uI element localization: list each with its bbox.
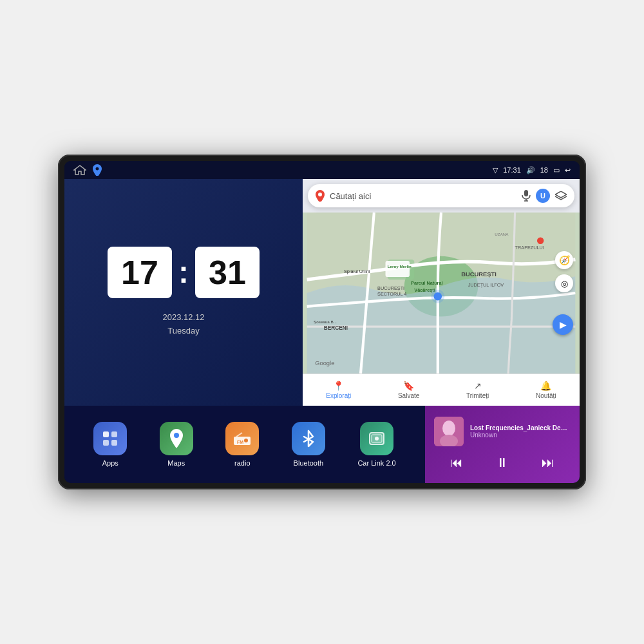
svg-text:UZANA: UZANA	[495, 232, 509, 236]
app-label-radio: radio	[234, 459, 250, 467]
status-left	[73, 164, 102, 176]
app-icon-maps	[160, 422, 193, 455]
clock-colon: :	[178, 257, 189, 288]
app-label-bluetooth: Bluetooth	[294, 459, 323, 467]
svg-marker-0	[74, 166, 86, 175]
clock-date-text: 2023.12.12	[162, 311, 204, 325]
user-avatar[interactable]: U	[536, 189, 550, 203]
explore-label: Explorați	[326, 392, 351, 399]
map-navigate-button[interactable]: ▶	[553, 314, 573, 335]
device-shell: ▽ 17:31 🔊 18 ▭ ↩ 17 : 31	[58, 155, 586, 489]
svg-text:Google: Google	[315, 361, 334, 367]
svg-point-23	[537, 238, 544, 244]
music-text: Lost Frequencies_Janieck Devy-... Unknow…	[470, 424, 571, 439]
apps-grid-icon	[102, 430, 118, 447]
map-search-bar[interactable]: Căutați aici U	[308, 184, 574, 207]
map-svg: Splaiul Unirii Șoseaua B... BUCUREȘTI JU…	[303, 213, 580, 374]
saved-icon: 🔖	[403, 381, 414, 391]
music-thumb-art	[434, 417, 464, 446]
app-item-maps[interactable]: Maps	[160, 422, 193, 467]
map-tab-saved[interactable]: 🔖 Salvate	[398, 381, 419, 399]
map-compass-button[interactable]: 🧭	[555, 251, 573, 269]
bottom-section: Apps Maps	[64, 406, 580, 483]
app-icon-radio: FM	[225, 422, 259, 455]
svg-text:Leroy Merlin: Leroy Merlin	[388, 264, 412, 269]
app-item-carlink[interactable]: Car Link 2.0	[357, 422, 395, 467]
svg-rect-26	[103, 431, 109, 437]
radio-icon: FM	[233, 431, 251, 446]
carlink-icon	[368, 430, 385, 447]
svg-point-1	[318, 193, 322, 196]
svg-text:SECTORUL 4: SECTORUL 4	[377, 291, 406, 297]
svg-text:JUDEȚUL ILFOV: JUDEȚUL ILFOV	[468, 282, 504, 288]
svg-point-33	[244, 439, 248, 442]
signal-icon: ▽	[493, 166, 498, 175]
app-icon-apps	[93, 422, 127, 455]
news-icon: 🔔	[540, 381, 551, 391]
map-panel: Căutați aici U	[303, 179, 580, 406]
bluetooth-icon	[301, 430, 316, 448]
apps-panel: Apps Maps	[64, 406, 425, 483]
share-label: Trimiteți	[466, 392, 489, 399]
svg-text:BUCUREȘTI: BUCUREȘTI	[461, 271, 497, 278]
top-section: 17 : 31 2023.12.12 Tuesday	[64, 179, 580, 406]
app-icon-carlink	[360, 422, 393, 455]
music-title: Lost Frequencies_Janieck Devy-...	[470, 424, 571, 431]
app-item-radio[interactable]: FM radio	[225, 422, 259, 467]
svg-rect-28	[103, 440, 109, 446]
map-locate-button[interactable]: ◎	[555, 274, 573, 292]
svg-point-39	[442, 421, 455, 436]
main-content: 17 : 31 2023.12.12 Tuesday	[64, 179, 580, 483]
svg-point-25	[431, 290, 444, 303]
svg-line-34	[236, 433, 242, 437]
svg-text:BERCENI: BERCENI	[324, 325, 348, 331]
svg-point-37	[375, 437, 379, 440]
clock-date: 2023.12.12 Tuesday	[162, 311, 204, 338]
map-search-icons: U	[522, 189, 567, 203]
map-tab-news[interactable]: 🔔 Noutăți	[536, 381, 556, 399]
map-body: Splaiul Unirii Șoseaua B... BUCUREȘTI JU…	[303, 213, 580, 374]
svg-marker-5	[555, 191, 567, 198]
back-icon[interactable]: ↩	[565, 166, 571, 175]
home-icon[interactable]	[73, 165, 86, 175]
svg-point-30	[174, 433, 179, 438]
status-bar: ▽ 17:31 🔊 18 ▭ ↩	[64, 161, 580, 179]
svg-text:FM: FM	[237, 440, 243, 444]
battery-icon: ▭	[553, 166, 560, 175]
music-artist: Unknown	[470, 431, 571, 439]
app-item-bluetooth[interactable]: Bluetooth	[292, 422, 325, 467]
layers-icon[interactable]	[555, 191, 567, 200]
volume-level: 18	[540, 166, 548, 174]
music-info: Lost Frequencies_Janieck Devy-... Unknow…	[434, 417, 571, 446]
svg-text:Văcărești: Văcărești	[414, 287, 435, 293]
map-pin-icon	[316, 190, 325, 202]
app-item-apps[interactable]: Apps	[93, 422, 127, 467]
clock-hour: 17	[108, 247, 172, 298]
music-next-button[interactable]: ⏭	[536, 453, 560, 473]
svg-text:Parcul Natural: Parcul Natural	[411, 281, 442, 287]
share-icon: ↗	[474, 381, 482, 391]
svg-rect-2	[524, 190, 528, 196]
map-bottom-bar: 📍 Explorați 🔖 Salvate ↗ Trimiteți 🔔	[303, 374, 580, 406]
music-controls: ⏮ ⏸ ⏭	[434, 453, 571, 473]
map-search-text[interactable]: Căutați aici	[330, 191, 516, 201]
location-icon[interactable]	[93, 164, 102, 176]
volume-icon: 🔊	[526, 166, 535, 175]
svg-text:Șoseaua B...: Șoseaua B...	[314, 319, 337, 324]
music-play-button[interactable]: ⏸	[491, 453, 514, 473]
music-prev-button[interactable]: ⏮	[445, 453, 468, 473]
mic-icon[interactable]	[522, 190, 531, 202]
map-tab-explore[interactable]: 📍 Explorați	[326, 381, 351, 399]
app-icon-bluetooth	[292, 422, 325, 455]
svg-rect-29	[111, 440, 117, 446]
clock-panel: 17 : 31 2023.12.12 Tuesday	[64, 179, 303, 406]
news-label: Noutăți	[536, 392, 556, 399]
svg-text:BUCUREȘTI: BUCUREȘTI	[377, 285, 404, 291]
music-thumbnail	[434, 417, 464, 446]
maps-pin-icon	[168, 429, 185, 448]
svg-text:TRAPEZULUI: TRAPEZULUI	[515, 245, 544, 251]
app-label-maps: Maps	[167, 459, 185, 467]
clock-day-text: Tuesday	[162, 325, 204, 338]
app-label-carlink: Car Link 2.0	[357, 459, 395, 467]
map-tab-share[interactable]: ↗ Trimiteți	[466, 381, 489, 399]
